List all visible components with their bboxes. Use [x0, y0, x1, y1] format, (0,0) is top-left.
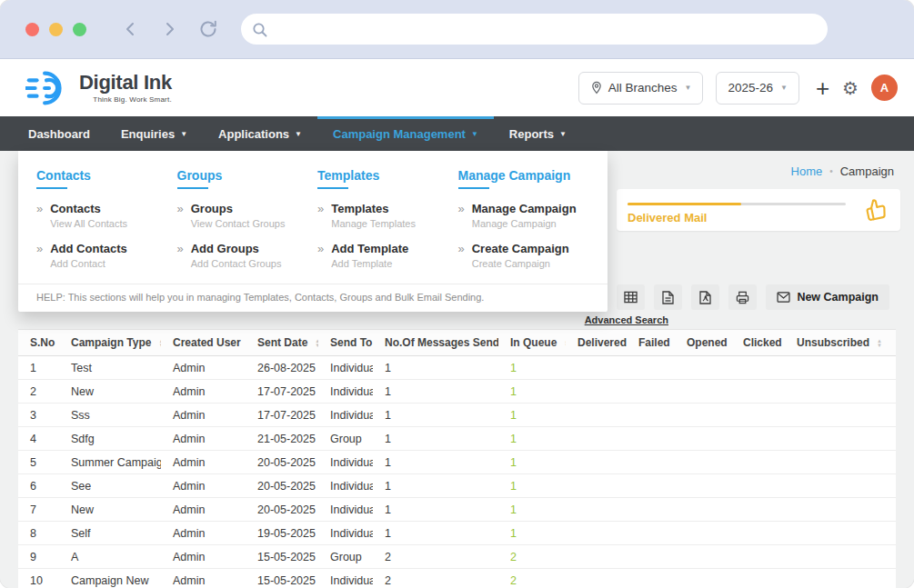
- breadcrumb: Home • Campaign: [791, 164, 894, 178]
- nav-item-applications[interactable]: Applications▼: [203, 116, 317, 151]
- table-row[interactable]: 10Campaign NewAdmin15-05-2025Individual2…: [18, 569, 896, 588]
- branches-dropdown[interactable]: All Branches ▼: [578, 72, 704, 105]
- column-header[interactable]: In Queue▲▼: [498, 330, 566, 356]
- settings-gear-icon[interactable]: ⚙: [842, 77, 859, 99]
- close-window-button[interactable]: [25, 23, 39, 36]
- maximize-window-button[interactable]: [73, 23, 86, 36]
- column-header[interactable]: S.No▲▼: [18, 330, 59, 356]
- table-view-button[interactable]: [617, 284, 645, 310]
- url-input[interactable]: [275, 23, 817, 36]
- print-button[interactable]: [728, 284, 757, 310]
- advanced-search-link[interactable]: Advanced Search: [585, 314, 668, 325]
- menu-item-add-contacts[interactable]: » Add Contacts Add Contact: [36, 242, 168, 269]
- browser-window: Digital Ink Think Big. Work Smart. All B…: [0, 0, 914, 588]
- table-cell: [627, 545, 675, 569]
- table-row[interactable]: 4SdfgAdmin21-05-2025Group11: [18, 427, 896, 451]
- table-row[interactable]: 6SeeAdmin20-05-2025Individual11: [18, 474, 896, 498]
- menu-column-templates: Templates » Templates Manage Templates »…: [317, 167, 458, 269]
- menu-item-templates[interactable]: » Templates Manage Templates: [317, 202, 449, 229]
- table-cell: 20-05-2025: [246, 474, 318, 498]
- menu-item-add-template[interactable]: » Add Template Add Template: [317, 242, 449, 269]
- table-cell: [731, 427, 785, 451]
- table-cell: 1: [498, 451, 566, 474]
- table-cell: [785, 545, 896, 569]
- table-cell: 1: [373, 404, 498, 427]
- table-row[interactable]: 2NewAdmin17-07-2025Individual11: [18, 380, 896, 404]
- table-cell: 1: [373, 498, 498, 522]
- table-cell: 17-07-2025: [246, 404, 318, 427]
- table-cell: 8: [18, 522, 59, 545]
- column-header[interactable]: Campaign Type▲▼: [59, 330, 161, 356]
- table-cell: New: [59, 498, 161, 522]
- column-header[interactable]: Created User▲▼: [161, 330, 246, 356]
- export-pdf-button[interactable]: [691, 284, 719, 310]
- refresh-button[interactable]: [199, 20, 217, 38]
- column-header[interactable]: Clicked▲▼: [731, 330, 785, 356]
- table-row[interactable]: 3SssAdmin17-07-2025Individual11: [18, 404, 896, 427]
- mega-menu-columns: Contacts » Contacts View All Contacts » …: [18, 151, 608, 284]
- delivered-mail-card[interactable]: Delivered Mail: [617, 189, 900, 231]
- table-cell: Summer Campaign: [59, 451, 161, 474]
- table-cell: 1: [498, 522, 566, 545]
- table-cell: [731, 474, 785, 498]
- column-header[interactable]: Send To▲▼: [318, 330, 373, 356]
- column-header[interactable]: Delivered▲▼: [566, 330, 627, 356]
- table-cell: [675, 380, 731, 404]
- menu-item-create-campaign[interactable]: » Create Campaign Create Campaign: [458, 242, 590, 269]
- table-cell: [627, 380, 675, 404]
- back-button[interactable]: [123, 21, 139, 37]
- double-chevron-icon: »: [36, 242, 43, 269]
- table-cell: [566, 356, 627, 380]
- menu-heading-contacts[interactable]: Contacts: [36, 168, 91, 189]
- table-cell: [566, 545, 627, 569]
- table-row[interactable]: 1TestAdmin26-08-2025Individual11: [18, 356, 896, 380]
- menu-heading-manage-campaign[interactable]: Manage Campaign: [458, 168, 571, 189]
- table-cell: 9: [18, 545, 59, 569]
- menu-heading-templates[interactable]: Templates: [317, 168, 379, 189]
- nav-item-dashboard[interactable]: Dashboard: [13, 116, 105, 151]
- table-row[interactable]: 5Summer CampaignAdmin20-05-2025Individua…: [18, 451, 896, 474]
- nav-item-campaign-management[interactable]: Campaign Management▼: [317, 116, 494, 151]
- add-button[interactable]: +: [816, 76, 829, 100]
- table-row[interactable]: 9AAdmin15-05-2025Group22: [18, 545, 896, 569]
- new-campaign-button[interactable]: New Campaign: [766, 284, 889, 310]
- table-row[interactable]: 7NewAdmin20-05-2025Individual11: [18, 498, 896, 522]
- menu-item-groups[interactable]: » Groups View Contact Groups: [177, 202, 309, 229]
- window-controls: [25, 23, 86, 36]
- table-cell: Test: [59, 356, 161, 380]
- table-cell: Admin: [161, 474, 246, 498]
- column-header[interactable]: Failed▲▼: [627, 330, 675, 356]
- table-cell: 1: [18, 356, 59, 380]
- table-cell: 1: [498, 498, 566, 522]
- table-cell: Campaign New: [59, 569, 161, 588]
- menu-item-add-groups[interactable]: » Add Groups Add Contact Groups: [177, 242, 309, 269]
- year-dropdown[interactable]: 2025-26 ▼: [716, 72, 798, 105]
- table-cell: 6: [18, 474, 59, 498]
- column-header[interactable]: Sent Date▲▼: [246, 330, 318, 356]
- table-cell: [566, 380, 627, 404]
- user-avatar[interactable]: A: [871, 75, 898, 101]
- menu-item-contacts[interactable]: » Contacts View All Contacts: [36, 202, 168, 229]
- table-cell: [675, 451, 731, 474]
- minimize-window-button[interactable]: [49, 23, 63, 36]
- nav-item-reports[interactable]: Reports▼: [494, 116, 582, 151]
- search-icon: [252, 22, 267, 37]
- double-chevron-icon: »: [317, 242, 324, 269]
- column-header[interactable]: Unsubscribed▲▼: [785, 330, 896, 356]
- nav-item-enquiries[interactable]: Enquiries▼: [105, 116, 203, 151]
- forward-button[interactable]: [161, 21, 177, 37]
- breadcrumb-current: Campaign: [840, 164, 894, 178]
- table-cell: 1: [498, 356, 566, 380]
- export-excel-button[interactable]: [654, 284, 682, 310]
- menu-heading-groups[interactable]: Groups: [177, 168, 223, 189]
- url-bar[interactable]: [241, 14, 828, 45]
- breadcrumb-home-link[interactable]: Home: [791, 164, 823, 178]
- table-cell: 2: [18, 380, 59, 404]
- column-header[interactable]: No.Of Messages Send▲▼: [373, 330, 498, 356]
- table-cell: [675, 474, 731, 498]
- table-cell: [731, 451, 785, 474]
- table-row[interactable]: 8SelfAdmin19-05-2025Individual11: [18, 522, 896, 545]
- column-header[interactable]: Opened▲▼: [675, 330, 731, 356]
- chevron-down-icon: ▼: [295, 130, 302, 138]
- menu-item-manage-campaign[interactable]: » Manage Campaign Manage Campaign: [458, 202, 590, 229]
